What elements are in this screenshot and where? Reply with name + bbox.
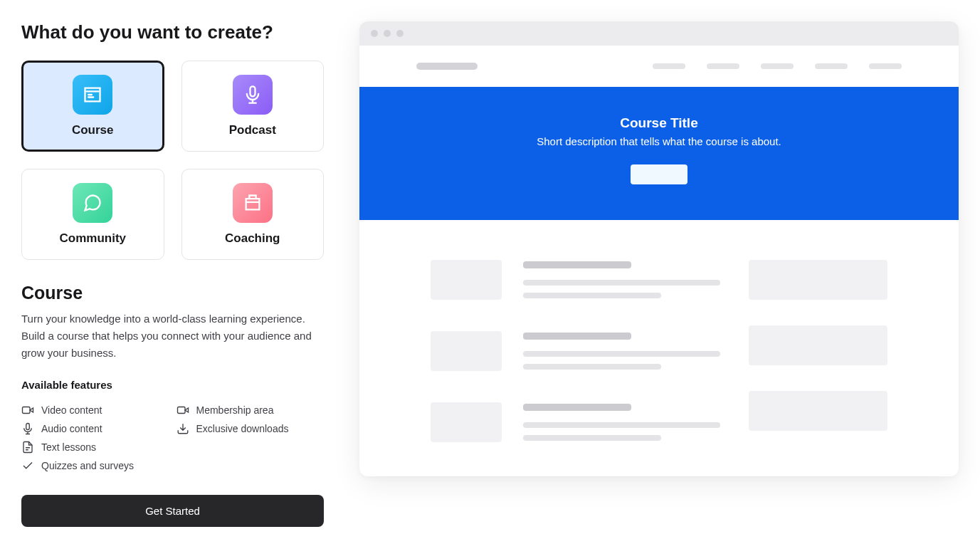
type-label: Coaching — [225, 231, 280, 246]
hero-button-placeholder — [631, 164, 687, 184]
preview-window: Course Title Short description that tell… — [359, 21, 959, 476]
nav-link-placeholder — [869, 63, 902, 69]
hero-subtitle: Short description that tells what the co… — [374, 135, 944, 147]
sidebar-box-placeholder — [749, 325, 887, 365]
content-row — [431, 260, 720, 305]
features-heading: Available features — [21, 379, 324, 391]
nav-links — [653, 63, 902, 69]
thumb-placeholder — [431, 331, 502, 371]
video-icon — [176, 404, 189, 417]
line-placeholder — [523, 435, 661, 441]
line-placeholder — [523, 293, 661, 298]
type-label: Course — [72, 123, 114, 137]
type-label: Podcast — [229, 123, 276, 137]
coaching-icon — [233, 183, 273, 223]
line-placeholder — [523, 404, 631, 411]
line-placeholder — [523, 351, 720, 357]
feature-label: Audio content — [41, 423, 102, 434]
thumb-placeholder — [431, 260, 502, 300]
features-list: Video content Audio content Text lessons… — [21, 401, 324, 475]
feature-text: Text lessons — [21, 438, 169, 456]
feature-label: Membership area — [196, 404, 274, 416]
window-dot — [371, 30, 378, 37]
feature-downloads: Exclusive downloads — [176, 419, 325, 438]
page-heading: What do you want to create? — [21, 21, 324, 43]
window-dot — [384, 30, 391, 37]
feature-quizzes: Quizzes and surveys — [21, 456, 169, 475]
content-list — [431, 260, 720, 448]
feature-video: Video content — [21, 401, 169, 419]
nav-link-placeholder — [707, 63, 739, 69]
preview-navbar — [359, 46, 959, 87]
selected-type-description: Turn your knowledge into a world-class l… — [21, 310, 324, 362]
svg-rect-1 — [26, 424, 30, 430]
type-card-course[interactable]: Course — [21, 61, 164, 152]
nav-link-placeholder — [761, 63, 794, 69]
preview-content — [359, 220, 959, 476]
content-row — [431, 331, 720, 377]
feature-audio: Audio content — [21, 419, 169, 438]
course-icon — [73, 75, 112, 115]
text-placeholder — [523, 331, 720, 377]
download-icon — [176, 422, 189, 435]
feature-label: Text lessons — [41, 441, 96, 453]
nav-link-placeholder — [815, 63, 848, 69]
text-placeholder — [523, 260, 720, 305]
check-icon — [21, 459, 34, 472]
feature-label: Exclusive downloads — [196, 423, 289, 434]
get-started-button[interactable]: Get Started — [21, 495, 324, 527]
line-placeholder — [523, 333, 631, 340]
community-icon — [73, 183, 112, 223]
feature-label: Video content — [41, 404, 102, 416]
type-card-community[interactable]: Community — [21, 169, 164, 260]
product-type-grid: Course Podcast Community Coaching — [21, 61, 324, 260]
nav-logo-placeholder — [416, 63, 478, 70]
thumb-placeholder — [431, 402, 502, 442]
microphone-icon — [21, 422, 34, 435]
text-placeholder — [523, 402, 720, 448]
video-icon — [21, 404, 34, 417]
document-icon — [21, 441, 34, 454]
hero-title: Course Title — [374, 115, 944, 131]
preview-hero: Course Title Short description that tell… — [359, 87, 959, 220]
podcast-icon — [233, 75, 273, 115]
feature-label: Quizzes and surveys — [41, 460, 134, 471]
content-row — [431, 402, 720, 448]
selected-type-heading: Course — [21, 283, 324, 303]
svg-rect-0 — [23, 407, 31, 414]
sidebar-box-placeholder — [749, 260, 887, 300]
line-placeholder — [523, 364, 661, 370]
type-card-coaching[interactable]: Coaching — [181, 169, 325, 260]
line-placeholder — [523, 280, 720, 286]
sidebar-box-placeholder — [749, 391, 887, 431]
feature-membership: Membership area — [176, 401, 325, 419]
nav-link-placeholder — [653, 63, 685, 69]
window-titlebar — [359, 21, 959, 46]
content-sidebar — [749, 260, 887, 448]
svg-rect-2 — [177, 407, 185, 414]
type-label: Community — [60, 231, 127, 246]
line-placeholder — [523, 422, 720, 428]
line-placeholder — [523, 261, 631, 268]
type-card-podcast[interactable]: Podcast — [181, 61, 325, 152]
window-dot — [396, 30, 404, 37]
